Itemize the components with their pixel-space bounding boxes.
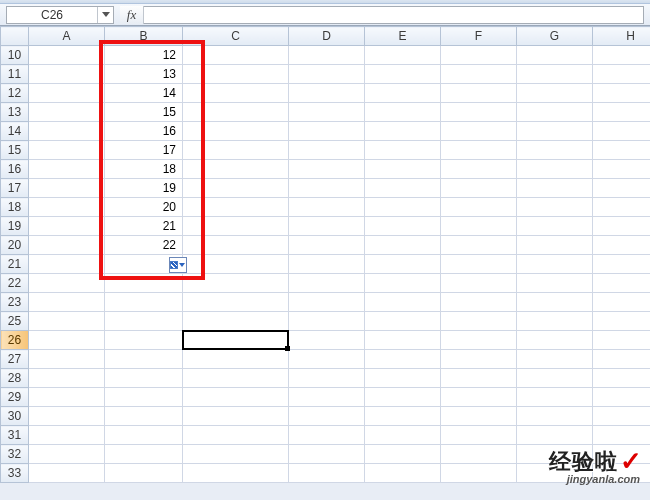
cell-C13[interactable]: [183, 103, 289, 122]
cell-B12[interactable]: 14: [105, 84, 183, 103]
cell-E16[interactable]: [365, 160, 441, 179]
cell-E19[interactable]: [365, 217, 441, 236]
cell-F10[interactable]: [441, 46, 517, 65]
cell-G10[interactable]: [517, 46, 593, 65]
cell-A17[interactable]: [29, 179, 105, 198]
cell-H30[interactable]: [593, 407, 651, 426]
column-header-C[interactable]: C: [183, 27, 289, 46]
cell-A31[interactable]: [29, 426, 105, 445]
cell-D20[interactable]: [289, 236, 365, 255]
cell-G23[interactable]: [517, 293, 593, 312]
row-header-15[interactable]: 15: [1, 141, 29, 160]
cell-C31[interactable]: [183, 426, 289, 445]
cell-H10[interactable]: [593, 46, 651, 65]
cell-F31[interactable]: [441, 426, 517, 445]
cell-D14[interactable]: [289, 122, 365, 141]
cell-E25[interactable]: [365, 312, 441, 331]
column-header-G[interactable]: G: [517, 27, 593, 46]
cell-E32[interactable]: [365, 445, 441, 464]
cell-C19[interactable]: [183, 217, 289, 236]
cell-D21[interactable]: [289, 255, 365, 274]
cell-G15[interactable]: [517, 141, 593, 160]
cell-F25[interactable]: [441, 312, 517, 331]
cell-H15[interactable]: [593, 141, 651, 160]
cell-E13[interactable]: [365, 103, 441, 122]
cell-E29[interactable]: [365, 388, 441, 407]
cell-E20[interactable]: [365, 236, 441, 255]
cell-F16[interactable]: [441, 160, 517, 179]
cell-D11[interactable]: [289, 65, 365, 84]
row-header-33[interactable]: 33: [1, 464, 29, 483]
cell-B23[interactable]: [105, 293, 183, 312]
cell-A12[interactable]: [29, 84, 105, 103]
row-header-21[interactable]: 21: [1, 255, 29, 274]
cell-C23[interactable]: [183, 293, 289, 312]
spreadsheet-grid[interactable]: ABCDEFGH10121113121413151416151716181719…: [0, 26, 650, 483]
cell-A29[interactable]: [29, 388, 105, 407]
cell-B27[interactable]: [105, 350, 183, 369]
row-header-16[interactable]: 16: [1, 160, 29, 179]
cell-B22[interactable]: [105, 274, 183, 293]
column-header-F[interactable]: F: [441, 27, 517, 46]
column-header-A[interactable]: A: [29, 27, 105, 46]
cell-F18[interactable]: [441, 198, 517, 217]
cell-C10[interactable]: [183, 46, 289, 65]
cell-D29[interactable]: [289, 388, 365, 407]
cell-F26[interactable]: [441, 331, 517, 350]
cell-B19[interactable]: 21: [105, 217, 183, 236]
cell-C30[interactable]: [183, 407, 289, 426]
cell-F11[interactable]: [441, 65, 517, 84]
cell-H22[interactable]: [593, 274, 651, 293]
cell-D28[interactable]: [289, 369, 365, 388]
cell-D22[interactable]: [289, 274, 365, 293]
cell-B18[interactable]: 20: [105, 198, 183, 217]
cell-E10[interactable]: [365, 46, 441, 65]
cell-A22[interactable]: [29, 274, 105, 293]
cell-B20[interactable]: 22: [105, 236, 183, 255]
cell-G22[interactable]: [517, 274, 593, 293]
cell-H11[interactable]: [593, 65, 651, 84]
cell-H18[interactable]: [593, 198, 651, 217]
row-header-28[interactable]: 28: [1, 369, 29, 388]
cell-A32[interactable]: [29, 445, 105, 464]
cell-A18[interactable]: [29, 198, 105, 217]
cell-C22[interactable]: [183, 274, 289, 293]
cell-E26[interactable]: [365, 331, 441, 350]
cell-A13[interactable]: [29, 103, 105, 122]
cell-D17[interactable]: [289, 179, 365, 198]
cell-C27[interactable]: [183, 350, 289, 369]
cell-C25[interactable]: [183, 312, 289, 331]
row-header-12[interactable]: 12: [1, 84, 29, 103]
cell-B11[interactable]: 13: [105, 65, 183, 84]
cell-C18[interactable]: [183, 198, 289, 217]
cell-C32[interactable]: [183, 445, 289, 464]
cell-B14[interactable]: 16: [105, 122, 183, 141]
cell-D23[interactable]: [289, 293, 365, 312]
cell-G31[interactable]: [517, 426, 593, 445]
cell-E14[interactable]: [365, 122, 441, 141]
cell-B31[interactable]: [105, 426, 183, 445]
cell-E12[interactable]: [365, 84, 441, 103]
cell-D27[interactable]: [289, 350, 365, 369]
cell-D18[interactable]: [289, 198, 365, 217]
cell-E18[interactable]: [365, 198, 441, 217]
column-header-D[interactable]: D: [289, 27, 365, 46]
cell-A28[interactable]: [29, 369, 105, 388]
cell-H27[interactable]: [593, 350, 651, 369]
cell-G16[interactable]: [517, 160, 593, 179]
column-header-E[interactable]: E: [365, 27, 441, 46]
cell-B33[interactable]: [105, 464, 183, 483]
cell-C26[interactable]: [183, 331, 289, 350]
cell-B30[interactable]: [105, 407, 183, 426]
cell-A26[interactable]: [29, 331, 105, 350]
row-header-18[interactable]: 18: [1, 198, 29, 217]
row-header-29[interactable]: 29: [1, 388, 29, 407]
name-box-dropdown[interactable]: [97, 7, 113, 23]
cell-A11[interactable]: [29, 65, 105, 84]
cell-F29[interactable]: [441, 388, 517, 407]
cell-D32[interactable]: [289, 445, 365, 464]
row-header-27[interactable]: 27: [1, 350, 29, 369]
cell-H13[interactable]: [593, 103, 651, 122]
row-header-20[interactable]: 20: [1, 236, 29, 255]
cell-A10[interactable]: [29, 46, 105, 65]
